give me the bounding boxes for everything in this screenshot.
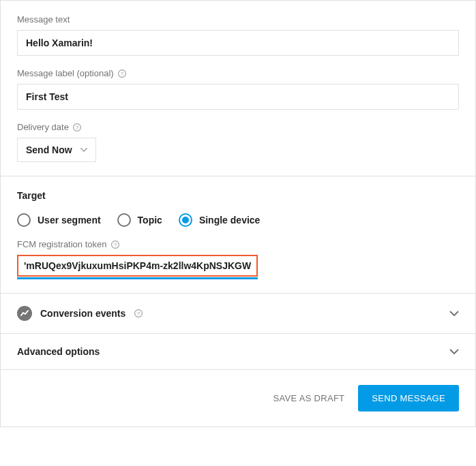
radio-label: User segment [38, 215, 101, 226]
message-text-label: Message text [17, 14, 459, 25]
fcm-token-value: 'mRUQex9VjkuxumHsiPKP4m-zk2llw4KpNSJKGW [17, 255, 258, 277]
message-text-field: Message text [17, 14, 459, 56]
help-icon[interactable]: ? [134, 309, 143, 318]
help-icon[interactable]: ? [117, 69, 127, 78]
fcm-token-field[interactable]: 'mRUQex9VjkuxumHsiPKP4m-zk2llw4KpNSJKGW [17, 255, 258, 279]
svg-text:?: ? [137, 311, 140, 317]
message-label-input[interactable] [17, 84, 459, 110]
chevron-down-icon [449, 349, 459, 354]
delivery-date-label: Delivery date ? [17, 122, 459, 132]
send-message-button[interactable]: SEND MESSAGE [358, 385, 459, 411]
radio-icon [117, 213, 131, 227]
accordion-title: Conversion events [40, 308, 125, 319]
delivery-date-select[interactable]: Send Now [17, 138, 96, 162]
message-label-text: Message label (optional) [17, 68, 114, 78]
fcm-token-label-text: FCM registration token [17, 239, 107, 249]
delivery-date-text: Delivery date [17, 122, 69, 132]
svg-text:?: ? [76, 124, 79, 130]
radio-icon [17, 213, 31, 227]
radio-topic[interactable]: Topic [117, 213, 162, 227]
chevron-down-icon [449, 311, 459, 316]
message-section: Message text Message label (optional) ? … [1, 1, 475, 176]
target-title: Target [17, 190, 459, 201]
radio-user-segment[interactable]: User segment [17, 213, 101, 227]
radio-single-device[interactable]: Single device [179, 213, 260, 227]
save-draft-button[interactable]: SAVE AS DRAFT [273, 393, 345, 403]
target-radio-group: User segment Topic Single device [17, 213, 459, 227]
accordion-title: Advanced options [17, 346, 100, 357]
svg-text:?: ? [113, 241, 117, 247]
fcm-token-label: FCM registration token ? [17, 239, 459, 249]
delivery-date-field: Delivery date ? Send Now [17, 122, 459, 162]
radio-label: Topic [138, 215, 162, 226]
message-text-input[interactable] [17, 30, 459, 56]
help-icon[interactable]: ? [110, 240, 120, 249]
target-section: Target User segment Topic Single device … [1, 176, 475, 293]
radio-label: Single device [199, 215, 260, 226]
message-label-field: Message label (optional) ? [17, 68, 459, 110]
chevron-down-icon [80, 148, 87, 152]
svg-text:?: ? [120, 70, 123, 76]
help-icon[interactable]: ? [72, 123, 82, 132]
message-label-label: Message label (optional) ? [17, 68, 459, 78]
accordion-advanced-options[interactable]: Advanced options [1, 333, 475, 369]
radio-icon [179, 213, 192, 227]
accordion-conversion-events[interactable]: Conversion events ? [1, 293, 475, 333]
conversion-icon [17, 306, 32, 321]
delivery-date-value: Send Now [26, 144, 72, 155]
actions-bar: SAVE AS DRAFT SEND MESSAGE [1, 369, 475, 426]
